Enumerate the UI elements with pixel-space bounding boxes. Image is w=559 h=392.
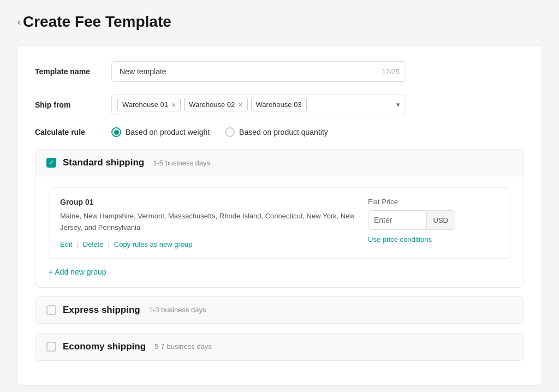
ship-from-field[interactable]: Warehouse 01 × Warehouse 02 × Warehouse … [111,94,406,115]
calculate-rule-row: Calculate rule Based on product weight B… [35,127,524,137]
action-edit-0[interactable]: Edit [60,240,72,248]
warehouse-tag-label-2: Warehouse 03 [256,100,302,109]
price-input-0[interactable] [368,211,426,229]
checkbox-economy[interactable] [46,342,56,352]
shipping-title-express: Express shipping [63,305,140,316]
char-count: 12/25 [382,68,400,76]
warehouse-tag-1[interactable]: Warehouse 02 × [184,98,247,111]
checkbox-standard[interactable] [46,158,56,168]
radio-group: Based on product weight Based on product… [111,127,328,137]
warehouse-tag-2[interactable]: Warehouse 03 [251,98,307,111]
page-title: Create Fee Template [23,13,171,31]
shipping-section-standard: Standard shipping 1-5 business days Grou… [35,149,524,288]
shipping-body-standard: Group 01 Maine, New Hampshire, Vermont, … [35,176,524,287]
shipping-days-economy: 5-7 business days [154,342,212,351]
shipping-header-express: Express shipping 1-3 business days [35,297,524,324]
group-right-0: Flat Price USD Use price conditions [368,198,499,248]
shipping-header-economy: Economy shipping 5-7 business days [35,334,524,360]
radio-option-weight[interactable]: Based on product weight [111,127,210,137]
template-name-row: Template name 12/25 [35,61,524,82]
radio-circle-quantity [225,127,235,137]
warehouse-tag-0[interactable]: Warehouse 01 × [117,98,181,111]
action-sep-1: | [76,240,78,248]
page-container: ‹ Create Fee Template Template name 12/2… [0,0,559,392]
template-name-input-wrap: 12/25 [111,61,406,82]
shipping-title-economy: Economy shipping [63,341,146,352]
ship-from-row: Ship from Warehouse 01 × Warehouse 02 × … [35,94,524,115]
ship-from-label: Ship from [35,100,111,109]
shipping-section-economy: Economy shipping 5-7 business days [35,333,524,361]
main-card: Template name 12/25 Ship from Warehouse … [17,46,542,385]
group-states-0: Maine, New Hampshire, Vermont, Massachus… [60,211,355,234]
group-section-0: Group 01 Maine, New Hampshire, Vermont, … [49,187,510,259]
use-price-conditions-0[interactable]: Use price conditions [368,235,499,243]
radio-label-weight: Based on product weight [126,128,210,136]
radio-circle-weight [111,127,121,137]
action-delete-0[interactable]: Delete [83,240,104,248]
warehouse-tag-label-0: Warehouse 01 [122,100,168,109]
template-name-label: Template name [35,67,111,76]
calculate-rule-label: Calculate rule [35,128,111,136]
radio-option-quantity[interactable]: Based on product quantity [225,127,328,137]
ship-from-dropdown-arrow[interactable]: ▾ [396,100,400,109]
group-left-0: Group 01 Maine, New Hampshire, Vermont, … [60,198,355,248]
warehouse-tag-label-1: Warehouse 02 [189,100,235,109]
template-name-input[interactable] [111,61,406,82]
shipping-days-standard: 1-5 business days [153,159,210,167]
shipping-section-express: Express shipping 1-3 business days [35,296,524,324]
checkbox-express[interactable] [46,305,56,315]
flat-price-label-0: Flat Price [368,198,499,206]
page-title-row: ‹ Create Fee Template [17,13,542,31]
warehouse-tag-remove-0[interactable]: × [171,101,176,109]
shipping-title-standard: Standard shipping [63,157,144,168]
group-actions-0: Edit | Delete | Copy rules as new group [60,240,355,248]
shipping-header-standard: Standard shipping 1-5 business days [35,150,524,176]
radio-label-quantity: Based on product quantity [239,128,328,136]
action-copy-0[interactable]: Copy rules as new group [114,240,193,248]
add-group-button[interactable]: + Add new group [49,268,510,276]
group-name-0: Group 01 [60,198,355,206]
back-icon[interactable]: ‹ [17,16,21,28]
warehouse-tag-remove-1[interactable]: × [238,101,242,109]
price-currency-0: USD [426,211,455,229]
shipping-days-express: 1-3 business days [149,306,206,314]
action-sep-2: | [108,240,109,248]
price-input-row-0: USD [368,210,455,230]
group-layout-0: Group 01 Maine, New Hampshire, Vermont, … [60,198,499,248]
